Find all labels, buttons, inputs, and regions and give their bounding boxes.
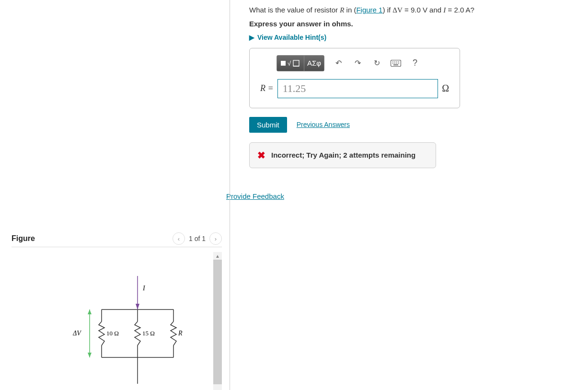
caret-right-icon: ▶ bbox=[249, 34, 254, 41]
redo-button[interactable]: ↷ bbox=[349, 55, 366, 71]
answer-unit: Ω bbox=[442, 83, 449, 94]
svg-point-26 bbox=[396, 61, 397, 62]
figure-pager-label: 1 of 1 bbox=[189, 235, 206, 242]
svg-point-25 bbox=[394, 61, 395, 62]
view-hints-button[interactable]: ▶ View Available Hint(s) bbox=[249, 34, 569, 41]
scroll-up-icon: ▲ bbox=[213, 252, 222, 260]
feedback-text: Incorrect; Try Again; 2 attempts remaini… bbox=[271, 151, 415, 159]
svg-point-30 bbox=[396, 63, 397, 64]
view-hints-label: View Available Hint(s) bbox=[257, 34, 326, 41]
figure-panel: Figure ‹ 1 of 1 › ▲ bbox=[0, 0, 230, 390]
svg-rect-32 bbox=[393, 64, 398, 65]
feedback-box: ✖ Incorrect; Try Again; 2 attempts remai… bbox=[249, 142, 436, 168]
svg-text:I: I bbox=[142, 285, 146, 292]
figure-area: ▲ bbox=[12, 252, 222, 390]
help-button[interactable]: ? bbox=[407, 55, 423, 71]
svg-point-31 bbox=[398, 63, 399, 64]
greek-button[interactable]: ΑΣφ bbox=[304, 55, 324, 71]
svg-text:√: √ bbox=[288, 60, 291, 67]
svg-marker-13 bbox=[88, 353, 92, 357]
answer-prefix: R = bbox=[260, 83, 274, 93]
svg-rect-19 bbox=[281, 61, 286, 66]
figure-title: Figure bbox=[12, 234, 35, 243]
svg-point-27 bbox=[398, 61, 399, 62]
svg-marker-9 bbox=[136, 304, 139, 310]
svg-text:10 Ω: 10 Ω bbox=[106, 330, 119, 337]
svg-point-24 bbox=[392, 61, 393, 62]
figure-pager: ‹ 1 of 1 › bbox=[173, 232, 222, 245]
svg-point-29 bbox=[394, 63, 395, 64]
answer-box: √ ΑΣφ ↶ ↷ ↻ ? R = Ω bbox=[249, 48, 460, 108]
svg-rect-23 bbox=[391, 60, 401, 66]
figure-scrollbar[interactable]: ▲ bbox=[213, 252, 222, 390]
question-text: What is the value of resistor R in (Figu… bbox=[249, 5, 569, 16]
undo-button[interactable]: ↶ bbox=[330, 55, 346, 71]
figure-prev-button[interactable]: ‹ bbox=[173, 232, 185, 245]
svg-point-28 bbox=[392, 63, 393, 64]
equation-toolbar: √ ΑΣφ ↶ ↷ ↻ ? bbox=[277, 55, 452, 71]
question-panel: What is the value of resistor R in (Figu… bbox=[230, 0, 588, 390]
svg-text:ΔV: ΔV bbox=[73, 330, 81, 337]
provide-feedback-link[interactable]: Provide Feedback bbox=[226, 192, 284, 200]
svg-rect-21 bbox=[293, 60, 299, 66]
figure-link[interactable]: Figure 1 bbox=[356, 6, 382, 14]
submit-button[interactable]: Submit bbox=[249, 117, 287, 133]
svg-text:15 Ω: 15 Ω bbox=[142, 330, 155, 337]
scroll-thumb[interactable] bbox=[213, 260, 222, 384]
previous-answers-link[interactable]: Previous Answers bbox=[297, 121, 350, 128]
keyboard-button[interactable] bbox=[388, 55, 404, 71]
incorrect-icon: ✖ bbox=[257, 149, 265, 161]
svg-marker-12 bbox=[88, 310, 92, 314]
express-instruction: Express your answer in ohms. bbox=[249, 20, 569, 28]
reset-button[interactable]: ↻ bbox=[369, 55, 385, 71]
svg-text:R: R bbox=[178, 330, 183, 337]
figure-next-button[interactable]: › bbox=[209, 232, 222, 245]
answer-input[interactable] bbox=[277, 79, 438, 98]
circuit-diagram: ΔV I 10 Ω 15 Ω R bbox=[73, 271, 197, 386]
templates-button[interactable]: √ bbox=[277, 55, 304, 71]
